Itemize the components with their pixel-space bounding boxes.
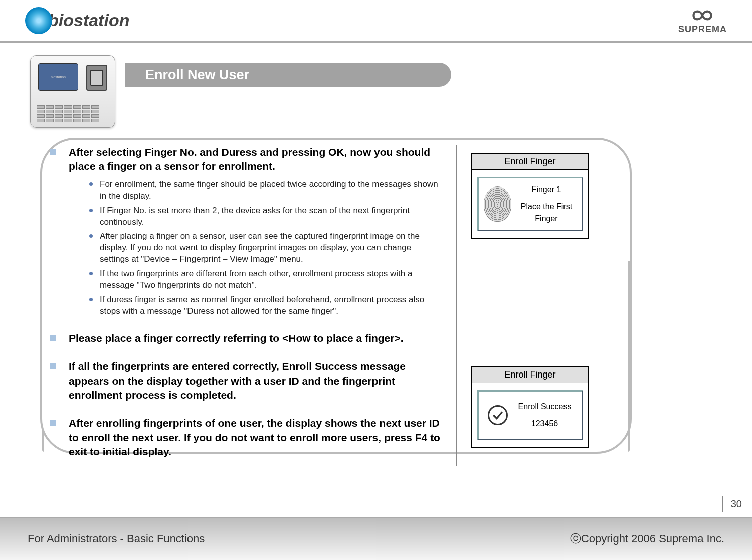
dot-bullet-icon (89, 182, 93, 186)
infinity-icon (685, 7, 720, 24)
vertical-divider (456, 145, 457, 466)
sub-bullet-list: For enrollment, the same finger should b… (89, 179, 441, 317)
section-title: Enroll New User (125, 63, 451, 87)
bullet-item: After selecting Finger No. and Duress an… (50, 145, 441, 174)
swirl-icon (25, 7, 52, 34)
panel-header: Enroll Finger (472, 367, 588, 383)
suprema-logo-text: SUPREMA (678, 24, 727, 35)
page-number: 30 (722, 496, 742, 512)
bullet-item: After enrolling fingerprints of one user… (50, 416, 441, 459)
sub-bullet-item: If duress finger is same as normal finge… (89, 294, 441, 317)
bullet-text: Please place a finger correctly referrin… (69, 331, 404, 345)
device-scanner-icon (86, 65, 107, 91)
bullet-text: After selecting Finger No. and Duress an… (69, 145, 441, 174)
device-screen-icon: biostation (38, 63, 78, 91)
footer-right-text: ⓒCopyright 2006 Suprema Inc. (570, 531, 724, 546)
content-list: After selecting Finger No. and Duress an… (50, 145, 441, 459)
sub-bullet-text: If the two fingerprints are different fr… (100, 268, 441, 291)
footer-left-text: For Administrators - Basic Functions (28, 532, 205, 545)
sub-bullet-text: For enrollment, the same finger should b… (100, 179, 441, 202)
dot-bullet-icon (89, 298, 93, 301)
biostation-logo: biostation (25, 7, 129, 34)
dot-bullet-icon (89, 209, 93, 212)
device-keypad-icon (37, 105, 99, 122)
panel-header: Enroll Finger (472, 154, 588, 170)
check-circle-icon (488, 405, 508, 425)
dot-bullet-icon (89, 234, 93, 238)
page-header: biostation SUPREMA (0, 0, 752, 43)
bullet-item: Please place a finger correctly referrin… (50, 331, 441, 345)
square-bullet-icon (50, 335, 56, 341)
square-bullet-icon (50, 420, 56, 426)
enroll-finger-panel-1: Enroll Finger Finger 1 Place the First F… (471, 153, 589, 239)
fingerprint-icon (484, 186, 511, 222)
device-thumbnail: biostation (30, 55, 115, 128)
panel-line2: 123456 (513, 418, 577, 430)
square-bullet-icon (50, 363, 56, 369)
sub-bullet-item: After placing a finger on a sensor, user… (89, 231, 441, 265)
panel-text: Enroll Success 123456 (513, 401, 577, 430)
square-bullet-icon (50, 149, 56, 155)
bullet-text: After enrolling fingerprints of one user… (69, 416, 441, 459)
sub-bullet-text: After placing a finger on a sensor, user… (100, 231, 441, 265)
panel-body: Finger 1 Place the First Finger (472, 170, 588, 238)
panel-line1: Finger 1 (516, 183, 577, 196)
dot-bullet-icon (89, 272, 93, 275)
suprema-logo: SUPREMA (678, 7, 727, 35)
panel-text: Finger 1 Place the First Finger (516, 183, 577, 225)
title-row: biostation Enroll New User (30, 55, 431, 115)
page-footer: For Administrators - Basic Functions ⓒCo… (0, 517, 752, 560)
bullet-item: If all the fingerprints are entered corr… (50, 359, 441, 402)
bullet-text: If all the fingerprints are entered corr… (69, 359, 441, 402)
panel-body: Enroll Success 123456 (472, 383, 588, 447)
enroll-finger-panel-2: Enroll Finger Enroll Success 123456 (471, 366, 589, 448)
sub-bullet-item: If Finger No. is set more than 2, the de… (89, 205, 441, 228)
panel-line2: Place the First Finger (516, 201, 577, 225)
sub-bullet-item: If the two fingerprints are different fr… (89, 268, 441, 291)
biostation-logo-text: biostation (48, 11, 129, 30)
sub-bullet-text: If duress finger is same as normal finge… (100, 294, 441, 317)
sub-bullet-text: If Finger No. is set more than 2, the de… (100, 205, 441, 228)
panel-line1: Enroll Success (513, 401, 577, 413)
sub-bullet-item: For enrollment, the same finger should b… (89, 179, 441, 202)
